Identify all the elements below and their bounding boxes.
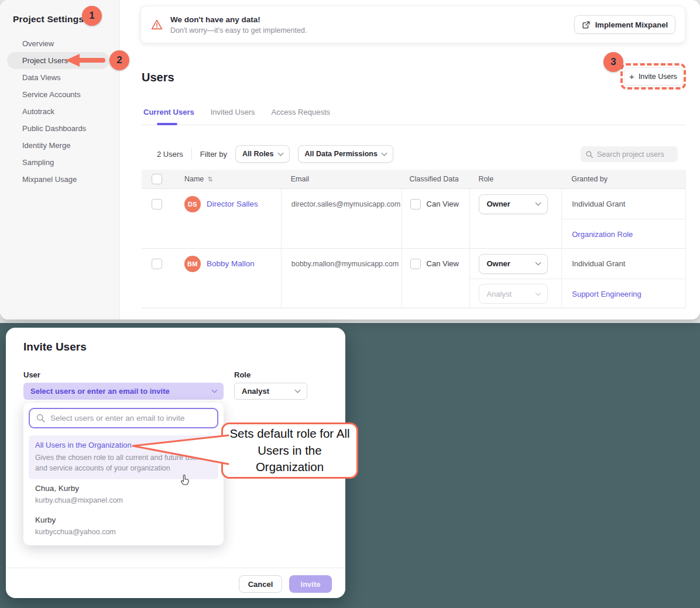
external-link-icon <box>582 20 591 29</box>
table-row: BM Bobby Mallon bobby.mallon@mymusicapp.… <box>142 249 685 308</box>
sidebar-item-mixpanel-usage[interactable]: Mixpanel Usage <box>7 171 109 188</box>
search-project-users-input[interactable] <box>597 150 667 159</box>
user-name-link[interactable]: Bobby Mallon <box>207 259 255 268</box>
chevron-down-icon <box>536 200 541 206</box>
avatar: DS <box>184 196 201 212</box>
granted-by-text: Individual Grant <box>572 200 625 208</box>
sidebar-title: Project Settings <box>13 14 84 25</box>
role-select-disabled: Analyst <box>479 284 548 304</box>
users-tabs: Current Users Invited Users Access Reque… <box>143 108 330 116</box>
step-2-badge: 2 <box>109 50 129 70</box>
settings-sidebar: Project Settings Overview Project Users … <box>0 0 120 320</box>
can-view-checkbox[interactable] <box>410 259 421 269</box>
sidebar-item-public-dashboards[interactable]: Public Dashboards <box>7 120 109 137</box>
step-1-badge: 1 <box>82 6 102 26</box>
role-select[interactable]: Owner <box>479 194 548 214</box>
sidebar-item-service-accounts[interactable]: Service Accounts <box>7 86 109 103</box>
roles-filter-dropdown[interactable]: All Roles <box>235 145 290 163</box>
chevron-down-icon <box>212 387 218 393</box>
banner-title: We don't have any data! <box>170 15 307 24</box>
granted-by-text: Individual Grant <box>572 259 625 268</box>
select-all-checkbox[interactable] <box>152 174 162 184</box>
permissions-filter-dropdown[interactable]: All Data Permissions <box>298 145 393 163</box>
row-checkbox[interactable] <box>152 259 162 269</box>
user-count: 2 Users <box>157 150 183 159</box>
users-heading: Users <box>142 71 174 84</box>
column-header-name[interactable]: Name ⇅ <box>173 170 281 188</box>
can-view-label: Can View <box>427 200 459 208</box>
project-settings-card: Project Settings Overview Project Users … <box>0 0 700 320</box>
no-data-banner: We don't have any data! Don't worry—it's… <box>140 6 685 43</box>
sidebar-item-data-views[interactable]: Data Views <box>7 69 109 86</box>
chevron-down-icon <box>295 387 301 393</box>
callout-tail <box>130 431 231 468</box>
user-select-panel: All Users in the Organization Gives the … <box>23 403 224 545</box>
step-3-badge: 3 <box>603 52 623 72</box>
column-header-granted-by: Granted by <box>561 170 685 188</box>
search-project-users-box[interactable] <box>581 146 678 162</box>
avatar: BM <box>184 256 201 272</box>
banner-subtitle: Don't worry—it's easy to get implemented… <box>170 26 307 35</box>
role-select[interactable]: Owner <box>479 254 548 274</box>
user-search-box[interactable] <box>29 408 218 428</box>
user-name-link[interactable]: Director Salles <box>207 200 258 208</box>
support-engineering-link[interactable]: Support Engineering <box>572 290 641 298</box>
sidebar-item-identity-merge[interactable]: Identity Merge <box>7 137 109 154</box>
banner-button-label: Implement Mixpanel <box>595 20 668 29</box>
table-row: DS Director Salles director.salles@mymus… <box>142 189 685 249</box>
role-field-label: Role <box>234 370 251 379</box>
permissions-filter-label: All Data Permissions <box>305 150 378 158</box>
search-icon <box>585 150 593 159</box>
modal-footer-divider <box>6 568 345 568</box>
warning-icon <box>150 18 163 31</box>
search-icon <box>36 413 46 423</box>
tab-current-users[interactable]: Current Users <box>143 108 194 116</box>
filter-row: 2 Users Filter by All Roles All Data Per… <box>157 145 393 163</box>
sidebar-item-sampling[interactable]: Sampling <box>7 154 109 171</box>
can-view-checkbox[interactable] <box>410 199 421 209</box>
tabs-divider <box>142 125 686 125</box>
tab-access-requests[interactable]: Access Requests <box>272 108 330 116</box>
users-table: Name ⇅ Email Classified Data Role Grante… <box>142 170 686 308</box>
row-checkbox[interactable] <box>152 199 162 209</box>
chevron-down-icon <box>536 260 541 266</box>
sidebar-item-autotrack[interactable]: Autotrack <box>7 103 109 120</box>
active-tab-underline <box>157 123 177 125</box>
column-header-classified: Classified Data <box>402 170 470 188</box>
table-header: Name ⇅ Email Classified Data Role Grante… <box>142 170 685 189</box>
column-header-role: Role <box>469 170 561 188</box>
user-search-input[interactable] <box>50 414 203 422</box>
tab-invited-users[interactable]: Invited Users <box>211 108 255 116</box>
cancel-button[interactable]: Cancel <box>239 575 282 593</box>
column-header-email: Email <box>281 170 402 188</box>
step-2-arrow <box>66 54 107 67</box>
arrow-bar <box>77 58 105 63</box>
user-select-dropdown[interactable]: Select users or enter an email to invite <box>23 383 224 400</box>
page: Project Settings Overview Project Users … <box>0 0 700 608</box>
chevron-down-icon <box>381 150 387 156</box>
organization-role-link[interactable]: Organization Role <box>572 230 633 239</box>
banner-text: We don't have any data! Don't worry—it's… <box>170 15 307 35</box>
callout-bubble: Sets default role for All Users in the O… <box>221 422 358 479</box>
filter-by-label: Filter by <box>200 150 227 159</box>
option-user[interactable]: Chua, Kurby kurby.chua@mixpanel.com <box>35 484 123 504</box>
can-view-label: Can View <box>427 259 459 268</box>
sort-icon: ⇅ <box>207 176 212 183</box>
sidebar-item-overview[interactable]: Overview <box>7 35 109 52</box>
implement-mixpanel-button[interactable]: Implement Mixpanel <box>574 15 675 34</box>
user-field-label: User <box>23 370 40 379</box>
invite-button[interactable]: Invite <box>289 575 332 593</box>
hand-cursor-icon <box>179 474 191 486</box>
modal-title: Invite Users <box>23 341 87 353</box>
user-email: director.salles@mymusicapp.com <box>291 200 400 208</box>
chevron-down-icon <box>277 150 283 156</box>
role-select-dropdown[interactable]: Analyst <box>234 383 307 400</box>
invite-users-highlight <box>620 63 686 90</box>
option-user[interactable]: Kurby kurbycchua@yahoo.com <box>35 516 116 536</box>
user-email: bobby.mallon@mymusicapp.com <box>291 260 399 268</box>
vertical-divider <box>191 149 192 159</box>
roles-filter-label: All Roles <box>242 150 274 158</box>
chevron-down-icon <box>536 290 541 296</box>
